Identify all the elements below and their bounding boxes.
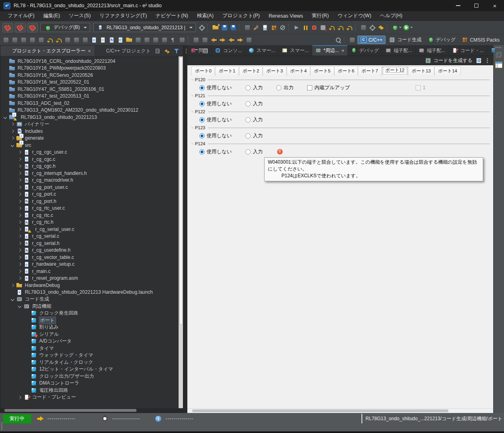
scrollbar-thumb[interactable] [192, 409, 448, 412]
columns-icon[interactable] [29, 36, 36, 44]
tree-item[interactable]: r_reset_program.asm [0, 275, 179, 282]
expand-chevron-icon[interactable] [18, 172, 21, 175]
radio[interactable] [199, 101, 205, 106]
port-option[interactable]: 使用しない [199, 84, 232, 91]
maximize-button[interactable] [467, 0, 486, 11]
port-tab[interactable]: ポート7 [358, 66, 382, 76]
expand-chevron-icon[interactable] [18, 192, 21, 196]
port-option[interactable]: 入力 [245, 132, 263, 139]
perspective-button[interactable]: コード生成 [386, 36, 424, 44]
tree-item[interactable]: RL78G13_ondo_shitudo_20221213 HardwareDe… [0, 289, 179, 296]
tree-item[interactable]: RL78G10Y16_CCRL_ondoshitudo_20221204 [0, 58, 179, 65]
expand-chevron-icon[interactable] [18, 270, 21, 273]
port-tab[interactable]: ポート12 [382, 66, 408, 76]
skip-breakpoints-icon[interactable] [279, 24, 286, 31]
tree-item[interactable]: ポート [0, 317, 179, 324]
tree-item[interactable]: r_cg_vector_table.c [0, 254, 179, 261]
panel-sash[interactable] [183, 45, 187, 413]
menu-item[interactable]: ウィンドウ(W) [333, 11, 375, 20]
tree-item[interactable]: generate [0, 135, 179, 142]
radio[interactable] [245, 101, 251, 106]
report-icon[interactable] [476, 58, 482, 64]
maximize-view-icon[interactable] [203, 48, 209, 54]
tree-item[interactable]: 割り込み [0, 324, 179, 331]
memory-tiles-icon[interactable] [270, 24, 277, 31]
tree-item[interactable]: RL78G10Y16_test_20220522_01 [0, 79, 179, 86]
tree-item[interactable]: コード・プレビュー [0, 394, 179, 401]
tree-item[interactable]: r_cg_port_user.c [0, 184, 179, 191]
radio[interactable] [245, 149, 251, 154]
chevron-down-icon[interactable] [410, 27, 413, 28]
perspective-button[interactable]: C/C++ [357, 36, 386, 44]
tree-item[interactable]: HardwareDebug [0, 282, 179, 289]
expand-chevron-icon[interactable] [18, 277, 21, 280]
view-menu-icon[interactable] [183, 48, 189, 54]
tree-item[interactable]: リアルタイム・クロック [0, 359, 179, 366]
new-class-green-icon[interactable] [117, 36, 124, 44]
port-option[interactable]: 使用しない [199, 132, 232, 139]
suspend-icon[interactable] [302, 24, 309, 31]
perspective-button[interactable]: CMSIS Packs [459, 36, 502, 44]
editor-tab[interactable]: スマー... [245, 45, 279, 56]
tree-item[interactable]: r_cg_port.c [0, 191, 179, 198]
project-combo[interactable]: RL78G13_ondo_shitudo_20221213 | [93, 23, 196, 32]
tree-item[interactable]: r_cg_userdefine.h [0, 247, 179, 254]
view-menu-icon[interactable] [485, 58, 489, 64]
tree-item[interactable]: r_cg_port.h [0, 198, 179, 205]
tree-item[interactable]: r_cg_rtc.h [0, 219, 179, 226]
editor-tab[interactable]: *周辺... [312, 45, 348, 56]
expand-chevron-icon[interactable] [18, 178, 21, 182]
tree-item[interactable]: DMAコントローラ [0, 380, 179, 387]
tree-item[interactable]: r_cg_serial.c [0, 233, 179, 240]
menu-item[interactable]: Renesas Views [264, 12, 307, 20]
tree-item[interactable]: r_cg_macrodriver.h [0, 177, 179, 184]
attach-debug-icon[interactable] [11, 36, 18, 44]
tree-item[interactable]: RL78G10Y47_test_20220513_01 [0, 93, 179, 100]
new-header-icon[interactable] [108, 36, 115, 44]
terminate-icon[interactable] [311, 24, 318, 31]
port-option[interactable]: 出力 [276, 84, 293, 91]
port-option[interactable]: 入力 [245, 100, 263, 107]
tree-item[interactable]: RL78G13_AQM1602_AM2320_ondo_shitudo_2023… [0, 107, 179, 114]
tree-item[interactable]: RL78G10Y16_RCServo_20220526 [0, 72, 179, 79]
new-class-wizard-icon[interactable] [73, 36, 80, 44]
port-option[interactable]: 使用しない [199, 100, 232, 107]
tree-item[interactable]: src [0, 142, 179, 149]
prev-edit-icon[interactable] [201, 36, 209, 44]
debug-config-combo[interactable]: デバッグ(B) [40, 23, 90, 32]
menu-item[interactable]: プロジェクト(P) [218, 11, 264, 20]
tree-item[interactable]: r_cg_rtc_user.c [0, 205, 179, 212]
port-option[interactable]: 入力 [245, 148, 263, 155]
expand-chevron-icon[interactable] [11, 144, 14, 147]
port-tab[interactable]: ポート3 [263, 66, 286, 76]
tree-item[interactable]: r_main.c [0, 268, 179, 275]
expand-chevron-icon[interactable] [18, 242, 21, 245]
tree-item[interactable]: RL78G10Y16_PWMpowerpack20220803 [0, 65, 179, 72]
filter-icon[interactable] [174, 48, 180, 54]
hand-icon[interactable] [64, 36, 71, 44]
step-over-icon[interactable] [337, 24, 344, 31]
expand-chevron-icon[interactable] [18, 305, 21, 308]
build-hammer-small-icon[interactable] [253, 24, 260, 31]
radio[interactable] [199, 117, 205, 122]
editor-horizontal-scrollbar[interactable] [187, 408, 493, 413]
tree-item[interactable]: 12ビット・インターバル・タイマ [0, 366, 179, 373]
tree-item[interactable]: r_cg_serial.h [0, 240, 179, 247]
pilcrow-icon[interactable] [170, 36, 177, 44]
run-to-line-icon[interactable] [360, 24, 367, 31]
expand-chevron-icon[interactable] [11, 284, 14, 287]
port-tab[interactable]: ポート2 [239, 66, 263, 76]
port-tab[interactable]: ポート14 [434, 66, 461, 76]
link-pen-icon[interactable] [82, 36, 89, 44]
tree-item[interactable]: Includes [0, 128, 179, 135]
close-tab-icon[interactable] [341, 48, 345, 54]
expand-chevron-icon[interactable] [18, 158, 21, 161]
tree-item[interactable]: RL78G10Y47_IIC_S5851_20230106_01 [0, 86, 179, 93]
step-return-icon[interactable] [346, 24, 353, 31]
expand-chevron-icon[interactable] [11, 130, 14, 133]
port-option[interactable]: 内蔵プルアップ [307, 84, 350, 91]
search-icon[interactable] [335, 36, 342, 44]
disconnect-icon[interactable] [319, 24, 327, 31]
expand-chevron-icon[interactable] [18, 256, 21, 259]
step-filter-icon[interactable] [20, 36, 27, 44]
